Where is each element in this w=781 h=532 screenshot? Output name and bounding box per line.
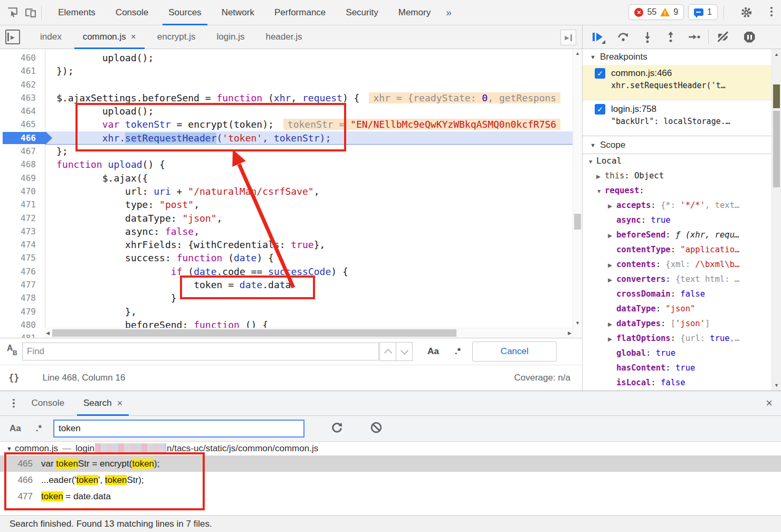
find-next-button[interactable] (396, 342, 413, 361)
editor-line-475[interactable]: 475success: function (date) { (0, 251, 573, 264)
device-toolbar-icon[interactable] (21, 4, 39, 22)
panel-tab-network[interactable]: Network (212, 0, 264, 25)
scope-row-isLocal[interactable]: isLocal: false (583, 375, 772, 390)
editor-line-478[interactable]: 478} (0, 291, 573, 305)
scope-row-this[interactable]: ▶this: Object (583, 168, 772, 183)
editor-line-461[interactable]: 461}); (0, 64, 573, 78)
line-number[interactable]: 479 (0, 305, 45, 318)
editor-line-471[interactable]: 471type: "post", (0, 198, 573, 211)
drawer-menu-icon[interactable] (13, 399, 15, 408)
editor-line-466[interactable]: 466xhr.setRequestHeader('token', tokenSt… (0, 131, 573, 145)
panel-tab-elements[interactable]: Elements (48, 0, 106, 25)
search-result-row-477[interactable]: 477token = date.data (0, 488, 781, 505)
drawer-tab-search[interactable]: Search× (74, 391, 132, 416)
scope-row-request[interactable]: ▼request: (583, 183, 772, 198)
search-result-file-header[interactable]: ▼ common.js — login n/tacs-uc/static/js/… (0, 442, 781, 455)
line-number[interactable]: 469 (0, 172, 45, 185)
line-number[interactable]: 464 (0, 104, 45, 118)
file-tab-common-js[interactable]: common.js× (72, 25, 147, 49)
close-drawer-icon[interactable]: × (766, 396, 773, 410)
file-tab-encrypt-js[interactable]: encrypt.js (147, 25, 206, 49)
editor-line-465[interactable]: 465var tokenStr = encrypt(token);tokenSt… (0, 118, 573, 131)
line-number[interactable]: 471 (0, 198, 45, 211)
line-number[interactable]: 462 (0, 78, 45, 91)
settings-gear-icon[interactable] (739, 5, 754, 22)
line-number[interactable]: 477 (0, 278, 45, 291)
search-result-row-465[interactable]: 465var tokenStr = encrypt(token); (0, 455, 781, 472)
sidebar-scrollbar[interactable]: ▲ ▼ (772, 49, 781, 391)
scope-row-global[interactable]: global: true (583, 346, 772, 360)
file-tab-header-js[interactable]: header.js (255, 25, 312, 49)
expand-triangle-icon[interactable]: ▶ (608, 272, 616, 287)
find-input[interactable] (22, 343, 379, 360)
scope-row-dataType[interactable]: dataType: "json" (583, 301, 772, 316)
scope-row-converters[interactable]: ▶converters: {text html: … (583, 272, 772, 287)
line-number[interactable]: 475 (0, 251, 45, 264)
messages-badge-group[interactable]: 1 (688, 4, 718, 20)
search-result-row-466[interactable]: 466...eader('token', tokenStr); (0, 472, 781, 488)
editor-line-472[interactable]: 472dataType: "json", (0, 212, 573, 225)
panel-tab-security[interactable]: Security (336, 0, 388, 25)
expand-triangle-icon[interactable]: ▶ (608, 198, 616, 213)
inspect-element-icon[interactable] (3, 4, 21, 22)
pause-on-exceptions-icon[interactable] (740, 28, 758, 46)
expand-triangle-icon[interactable]: ▶ (608, 317, 616, 331)
editor-line-479[interactable]: 479}, (0, 305, 573, 318)
close-tab-icon[interactable]: × (117, 398, 123, 409)
line-number[interactable]: 463 (0, 91, 45, 104)
breakpoints-section-header[interactable]: ▼ Breakpoints (583, 49, 772, 65)
editor-line-474[interactable]: 474xhrFields: {withCredentials: true}, (0, 238, 573, 251)
editor-horizontal-scrollbar[interactable]: ◀ ▶ (45, 328, 573, 338)
step-into-icon[interactable] (639, 28, 656, 46)
regex-toggle[interactable]: .* (455, 346, 461, 357)
step-icon[interactable] (685, 28, 703, 46)
step-over-icon[interactable] (614, 28, 632, 46)
line-number[interactable]: 467 (0, 145, 45, 158)
file-tab-index[interactable]: index (30, 25, 72, 49)
line-number[interactable]: 470 (0, 185, 45, 198)
search-input[interactable] (53, 420, 304, 438)
find-previous-button[interactable] (379, 342, 396, 361)
breakpoint-item-login-js-758[interactable]: ✓login.js:758"backUrl": localStorage.… (583, 101, 772, 136)
scope-row-contents[interactable]: ▶contents: {xml: /\bxml\b… (583, 257, 772, 272)
file-tab-login-js[interactable]: login.js (206, 25, 255, 49)
issues-badge-group[interactable]: ✕ 55 ! 9 (628, 4, 684, 20)
cancel-button[interactable]: Cancel (472, 341, 557, 362)
panel-tab-memory[interactable]: Memory (388, 0, 441, 25)
line-number[interactable]: 460 (0, 51, 45, 64)
breakpoint-checkbox[interactable]: ✓ (595, 68, 605, 79)
breakpoint-flag[interactable]: 466 (0, 131, 45, 145)
editor-line-468[interactable]: 468function upload() { (0, 158, 573, 171)
scope-row-Local[interactable]: ▼Local (583, 154, 772, 168)
scope-row-beforeSend[interactable]: ▶beforeSend: ƒ (xhr, requ… (583, 227, 772, 242)
deactivate-breakpoints-icon[interactable] (714, 28, 732, 46)
line-number[interactable]: 480 (0, 318, 45, 331)
editor-line-473[interactable]: 473async: false, (0, 225, 573, 238)
search-regex-toggle[interactable]: .* (36, 423, 42, 434)
scope-section-header[interactable]: ▼ Scope (583, 136, 772, 154)
clear-search-icon[interactable] (369, 421, 383, 437)
pretty-print-icon[interactable]: {} (8, 373, 19, 383)
editor-line-467[interactable]: 467}; (0, 145, 573, 158)
scope-row-accepts[interactable]: ▶accepts: {*: '*/*', text… (583, 198, 772, 213)
expand-triangle-icon[interactable]: ▼ (588, 154, 596, 168)
expand-triangle-icon[interactable]: ▶ (596, 169, 605, 183)
line-number[interactable]: 474 (0, 238, 45, 251)
line-number[interactable]: 465 (0, 118, 45, 131)
line-number[interactable]: 472 (0, 212, 45, 225)
editor-line-464[interactable]: 464upload(); (0, 104, 573, 118)
expand-triangle-icon[interactable]: ▼ (596, 184, 605, 198)
line-number[interactable]: 476 (0, 265, 45, 278)
expand-triangle-icon[interactable]: ▶ (608, 228, 616, 242)
editor-line-460[interactable]: 460upload(); (0, 51, 573, 64)
scope-row-flatOptions[interactable]: ▶flatOptions: {url: true,… (583, 331, 772, 346)
expand-triangle-icon[interactable]: ▶ (608, 331, 616, 346)
close-tab-icon[interactable]: × (131, 32, 136, 42)
line-number[interactable]: 461 (0, 64, 45, 78)
breakpoint-item-common-js-466[interactable]: ✓common.js:466xhr.setRequestHeader('t… (583, 65, 772, 100)
panel-tab-sources[interactable]: Sources (158, 0, 211, 25)
editor-line-470[interactable]: 470url: uri + "/naturalMan/csrfSave", (0, 185, 573, 198)
refresh-search-icon[interactable] (330, 420, 344, 437)
code-editor[interactable]: 460upload();461});462463$.ajaxSettings.b… (0, 49, 582, 338)
resume-script-icon[interactable] (589, 28, 607, 46)
